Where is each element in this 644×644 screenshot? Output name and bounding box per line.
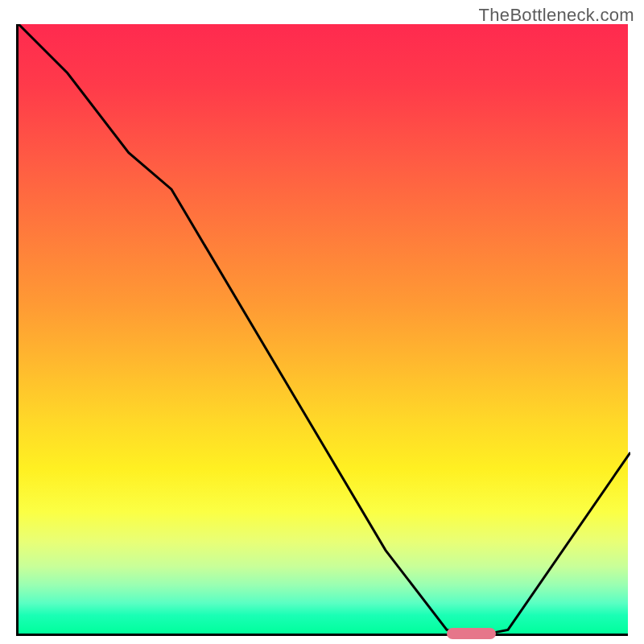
optimal-range-marker: [447, 628, 496, 639]
watermark-text: TheBottleneck.com: [479, 5, 634, 26]
chart-plot-area: [16, 24, 628, 636]
chart-background-gradient: [19, 24, 628, 634]
